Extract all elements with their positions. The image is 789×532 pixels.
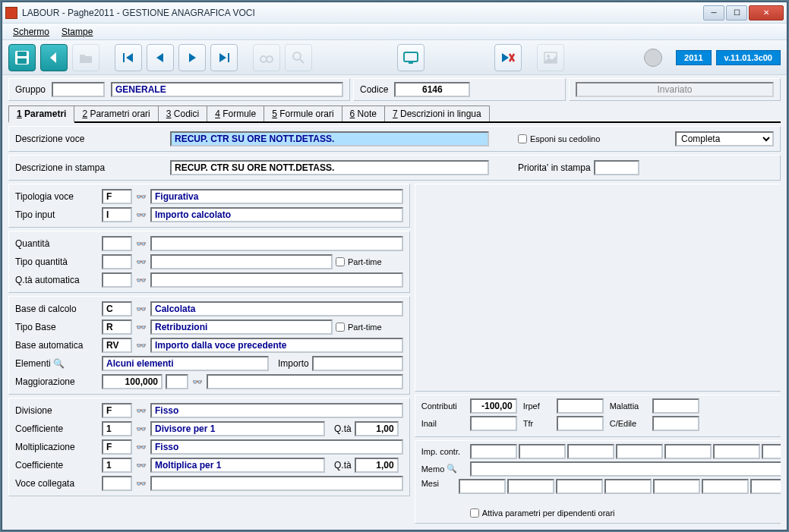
screen-button[interactable] (397, 44, 424, 71)
tipo-quantita-desc[interactable] (150, 254, 333, 269)
qta-div-input[interactable] (355, 421, 399, 436)
binoculars-icon[interactable]: 👓 (135, 274, 147, 286)
coefficiente-div-code[interactable] (102, 421, 132, 436)
binoculars-icon[interactable]: 👓 (135, 190, 147, 203)
tfr-input[interactable] (557, 416, 604, 431)
mesi-box[interactable] (702, 479, 749, 494)
tipo-quantita-code[interactable] (102, 254, 132, 269)
coefficiente-div-desc[interactable] (150, 421, 325, 436)
mesi-box[interactable] (653, 479, 700, 494)
binoculars-icon[interactable]: 👓 (191, 376, 204, 388)
first-button[interactable] (115, 44, 142, 71)
next-button[interactable] (178, 44, 206, 71)
maggiorazione-input[interactable] (102, 374, 163, 389)
priorita-stampa-input[interactable] (594, 160, 639, 175)
base-automatica-code[interactable] (102, 338, 132, 353)
tipo-base-desc[interactable] (150, 320, 333, 335)
tab-parametri[interactable]: 1 Parametri (8, 105, 74, 123)
gruppo-desc-input[interactable] (111, 82, 343, 97)
delete-play-button[interactable] (494, 44, 522, 71)
tipo-input-desc[interactable] (150, 207, 403, 222)
binoculars-icon[interactable]: 👓 (135, 209, 147, 221)
tab-descrizioni-lingua[interactable]: 7 Descrizioni in lingua (384, 105, 490, 121)
binoculars-icon[interactable]: 👓 (135, 238, 147, 250)
impcontr-box[interactable] (664, 444, 712, 459)
divisione-code[interactable] (102, 403, 132, 418)
maggiorazione-extra[interactable] (166, 374, 188, 389)
tipo-base-code[interactable] (102, 320, 132, 335)
back-button[interactable] (40, 44, 68, 71)
contributi-input[interactable] (470, 398, 517, 414)
binoculars-icon[interactable]: 👓 (135, 459, 147, 471)
memo-input[interactable] (470, 461, 781, 477)
tab-parametri-orari[interactable]: 2 Parametri orari (74, 105, 158, 121)
parttime-quantita-checkbox[interactable]: Part-time (336, 257, 382, 266)
descrizione-stampa-input[interactable] (170, 160, 489, 175)
maximize-button[interactable]: ☐ (726, 5, 747, 20)
gruppo-code-input[interactable] (52, 82, 105, 97)
mesi-box[interactable] (507, 479, 554, 494)
impcontr-box[interactable] (470, 444, 517, 459)
qta-automatica-code[interactable] (102, 272, 132, 288)
tipologia-voce-desc[interactable] (150, 189, 403, 204)
base-calcolo-code[interactable] (102, 301, 132, 316)
menu-schermo[interactable]: Schermo (7, 25, 55, 39)
binoculars-icon[interactable]: 👓 (135, 441, 147, 453)
descrizione-voce-input[interactable] (170, 131, 489, 146)
binoculars-icon[interactable]: 👓 (135, 339, 147, 351)
coefficiente-molt-desc[interactable] (150, 458, 325, 473)
voce-collegata-desc[interactable] (150, 476, 403, 491)
minimize-button[interactable]: ─ (703, 5, 724, 20)
irpef-input[interactable] (557, 398, 604, 414)
maggiorazione-desc[interactable] (207, 374, 403, 389)
magnifier-icon[interactable]: 🔍 (447, 464, 457, 474)
esponi-cedolino-checkbox[interactable]: Esponi su cedolino (518, 134, 600, 143)
impcontr-box[interactable] (762, 444, 781, 459)
qta-molt-input[interactable] (355, 458, 399, 473)
base-automatica-desc[interactable] (150, 338, 403, 353)
coefficiente-molt-code[interactable] (102, 458, 132, 473)
qta-automatica-desc[interactable] (150, 272, 403, 288)
tab-formule[interactable]: 4 Formule (207, 105, 264, 121)
attiva-parametri-checkbox[interactable]: Attiva parametri per dipendenti orari (470, 508, 615, 518)
codice-input[interactable] (394, 82, 470, 97)
inail-input[interactable] (470, 416, 517, 431)
cedile-input[interactable] (652, 416, 699, 431)
close-button[interactable]: ✕ (749, 5, 784, 20)
magnifier-icon[interactable]: 🔍 (53, 358, 64, 369)
binoculars-icon[interactable]: 👓 (135, 256, 147, 268)
binoculars-icon[interactable]: 👓 (135, 423, 147, 435)
parttime-base-checkbox[interactable]: Part-time (336, 323, 382, 332)
quantita-desc[interactable] (150, 236, 403, 251)
importo-input[interactable] (312, 356, 403, 371)
impcontr-box[interactable] (519, 444, 566, 459)
moltiplicazione-code[interactable] (102, 439, 132, 455)
last-button[interactable] (210, 44, 238, 71)
base-calcolo-desc[interactable] (150, 301, 403, 316)
save-button[interactable] (8, 44, 36, 71)
menu-stampe[interactable]: Stampe (55, 25, 99, 39)
mesi-box[interactable] (459, 479, 506, 494)
tab-codici[interactable]: 3 Codici (158, 105, 207, 121)
binoculars-icon[interactable]: 👓 (135, 477, 147, 490)
tipologia-voce-code[interactable] (102, 189, 132, 204)
quantita-input[interactable] (102, 236, 132, 251)
tab-note[interactable]: 6 Note (342, 105, 385, 121)
binoculars-icon[interactable]: 👓 (135, 321, 147, 333)
tipo-input-code[interactable] (102, 207, 132, 222)
divisione-desc[interactable] (150, 403, 403, 418)
moltiplicazione-desc[interactable] (150, 439, 403, 455)
mesi-box[interactable] (604, 479, 652, 494)
prev-button[interactable] (147, 44, 174, 71)
mesi-box[interactable] (750, 479, 781, 494)
impcontr-box[interactable] (616, 444, 663, 459)
tab-formule-orari[interactable]: 5 Formule orari (264, 105, 342, 121)
binoculars-icon[interactable]: 👓 (135, 303, 147, 315)
impcontr-box[interactable] (567, 444, 614, 459)
elementi-desc[interactable] (102, 356, 269, 371)
voce-collegata-code[interactable] (102, 476, 132, 491)
esponi-select[interactable]: Completa (675, 131, 774, 146)
binoculars-icon[interactable]: 👓 (135, 405, 147, 417)
malattia-input[interactable] (652, 398, 699, 414)
impcontr-box[interactable] (713, 444, 760, 459)
